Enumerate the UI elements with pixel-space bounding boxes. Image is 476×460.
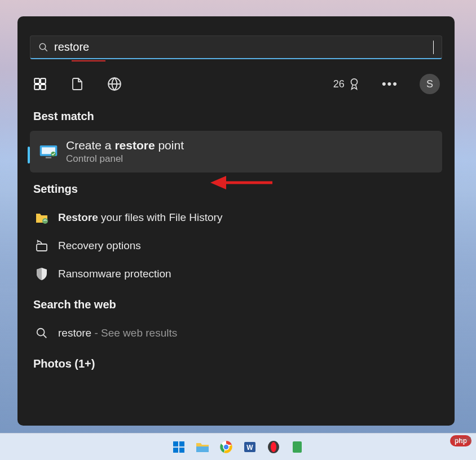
settings-item-recovery[interactable]: Recovery options xyxy=(30,232,442,260)
start-search-panel: 26 ••• S Best match Create a restore poi… xyxy=(17,16,455,426)
svg-rect-21 xyxy=(173,448,178,453)
settings-item-ransomware[interactable]: Ransomware protection xyxy=(30,260,442,288)
rewards-badge-icon xyxy=(348,77,360,91)
system-monitor-icon xyxy=(39,144,58,159)
svg-rect-32 xyxy=(293,441,302,453)
svg-point-0 xyxy=(39,43,46,50)
settings-item-file-history[interactable]: Restore your files with File History xyxy=(30,204,442,232)
web-result-item[interactable]: restore - See web results xyxy=(30,319,442,347)
section-best-match: Best match xyxy=(33,110,442,123)
best-match-title: Create a restore point xyxy=(66,139,184,152)
taskbar-explorer[interactable] xyxy=(195,439,210,455)
recovery-icon xyxy=(34,238,49,253)
taskbar-app-green[interactable] xyxy=(289,439,305,455)
svg-rect-11 xyxy=(46,157,51,158)
start-button[interactable] xyxy=(171,439,187,455)
svg-rect-3 xyxy=(41,78,46,83)
rewards-count: 26 xyxy=(333,78,345,90)
search-icon xyxy=(38,42,49,52)
tab-apps[interactable] xyxy=(32,76,48,92)
svg-rect-20 xyxy=(179,441,184,446)
watermark-subtitle: 中文网 xyxy=(453,436,471,444)
tab-web[interactable] xyxy=(107,76,122,92)
best-match-result[interactable]: Create a restore point Control panel xyxy=(30,131,442,172)
svg-rect-22 xyxy=(179,448,184,453)
taskbar-word[interactable]: W xyxy=(242,439,258,455)
section-web: Search the web xyxy=(33,298,442,311)
user-avatar[interactable]: S xyxy=(420,74,440,94)
search-icon xyxy=(34,326,49,340)
tab-documents[interactable] xyxy=(69,76,85,92)
folder-icon xyxy=(34,210,49,225)
svg-rect-19 xyxy=(173,441,178,446)
more-options[interactable]: ••• xyxy=(382,77,398,91)
taskbar: W xyxy=(0,433,476,460)
best-match-subtitle: Control panel xyxy=(66,153,184,165)
text-cursor xyxy=(433,41,434,54)
svg-point-8 xyxy=(351,79,357,85)
search-bar[interactable] xyxy=(30,36,442,59)
filter-tabs: 26 ••• S xyxy=(30,64,442,100)
svg-text:W: W xyxy=(246,444,253,452)
svg-point-31 xyxy=(271,442,276,452)
svg-point-15 xyxy=(42,218,48,224)
svg-rect-2 xyxy=(34,78,39,83)
search-input[interactable] xyxy=(54,41,433,54)
taskbar-opera[interactable] xyxy=(266,439,281,455)
section-settings: Settings xyxy=(33,183,442,196)
svg-rect-4 xyxy=(34,85,39,90)
svg-rect-16 xyxy=(37,244,47,251)
rewards-button[interactable]: 26 xyxy=(333,77,360,91)
svg-line-18 xyxy=(43,335,47,338)
svg-rect-5 xyxy=(41,85,46,90)
taskbar-chrome[interactable] xyxy=(218,439,234,455)
svg-rect-23 xyxy=(196,446,209,452)
shield-icon xyxy=(34,267,49,281)
svg-point-17 xyxy=(37,329,45,336)
red-underline-annotation xyxy=(72,60,105,61)
section-photos: Photos (1+) xyxy=(33,357,442,370)
svg-line-1 xyxy=(45,48,47,51)
